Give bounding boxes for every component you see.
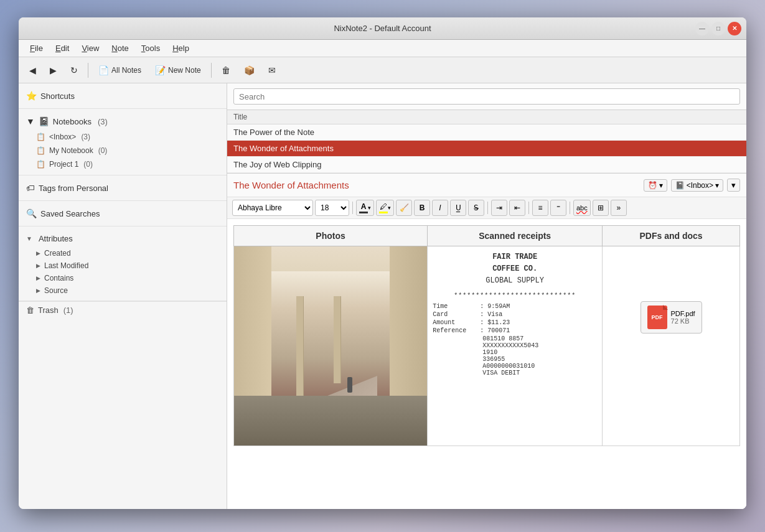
receipt-subtitle: GLOBAL SUPPLY xyxy=(433,275,597,287)
sidebar-trash[interactable]: 🗑 Trash (1) xyxy=(19,301,227,319)
font-family-select[interactable]: Abhaya Libre xyxy=(232,200,313,216)
bold-button[interactable]: B xyxy=(414,200,430,216)
shortcuts-icon: ⭐ xyxy=(26,91,37,101)
arch-column1 xyxy=(296,296,304,396)
expand-button[interactable]: ▾ xyxy=(727,179,740,192)
sidebar-searches-header[interactable]: 🔍 Saved Searches xyxy=(19,205,227,222)
pdf-size: 72 KB xyxy=(671,317,695,325)
all-notes-icon: 📄 xyxy=(98,65,109,75)
menu-tools[interactable]: Tools xyxy=(135,42,166,54)
col-photos: Photos xyxy=(234,226,428,246)
email-button[interactable]: ✉ xyxy=(263,61,281,80)
attribute-contains-label: Contains xyxy=(44,274,73,282)
close-button[interactable]: ✕ xyxy=(728,22,741,35)
receipt-time-value: 9:59AM xyxy=(487,303,510,310)
new-note-button[interactable]: 📝 New Note xyxy=(149,61,207,80)
sidebar-attributes-header[interactable]: ▼ Attributes xyxy=(19,230,227,247)
attribute-created[interactable]: ▶ Created xyxy=(19,247,227,259)
sidebar-item-project1[interactable]: 📋 Project 1 (0) xyxy=(19,157,227,171)
new-note-label: New Note xyxy=(168,66,201,75)
indent-increase-button[interactable]: ⇥ xyxy=(491,200,507,216)
note-list-item-3[interactable]: The Joy of Web Clipping xyxy=(227,157,746,173)
eraser-button[interactable]: 🧹 xyxy=(396,200,412,216)
menu-help[interactable]: Help xyxy=(166,42,195,54)
menu-file[interactable]: File xyxy=(24,42,49,54)
reminder-dropdown-icon: ▾ xyxy=(659,181,663,190)
menu-edit[interactable]: Edit xyxy=(49,42,75,54)
window-title: NixNote2 - Default Account xyxy=(334,24,431,33)
col-pdfs: PDFs and docs xyxy=(603,226,740,246)
my-notebook-count: (0) xyxy=(98,146,108,155)
notebooks-icon: 📓 xyxy=(39,116,49,126)
expand-icon: ▾ xyxy=(731,180,736,190)
email-icon: ✉ xyxy=(268,65,276,75)
underline-button[interactable]: U̲ xyxy=(450,200,466,216)
minimize-button[interactable]: — xyxy=(695,22,709,35)
all-notes-button[interactable]: 📄 All Notes xyxy=(93,61,147,80)
numbered-list-button[interactable]: ⁼ xyxy=(550,200,566,216)
attribute-source[interactable]: ▶ Source xyxy=(19,284,227,297)
attachment-table-header-row: Photos Scanned receipts PDFs and docs xyxy=(234,226,740,246)
delete-button[interactable]: 🗑 xyxy=(216,61,236,80)
receipt-row-card: Card : Visa xyxy=(433,311,597,318)
sidebar-notebooks-header[interactable]: ▼ 📓 Notebooks (3) xyxy=(19,113,227,130)
toolbar: ◀ ▶ ↻ 📄 All Notes 📝 New Note 🗑 📦 ✉ xyxy=(19,57,746,83)
text-color-button[interactable]: A ▾ xyxy=(356,200,374,216)
sidebar-shortcuts-header[interactable]: ⭐ Shortcuts xyxy=(19,87,227,105)
receipt-row-reference: Reference : 700071 xyxy=(433,327,597,334)
receipt-row-amount: Amount : $11.23 xyxy=(433,319,597,326)
more-options-button[interactable]: » xyxy=(611,200,627,216)
receipt-company2: COFFEE CO. xyxy=(433,263,597,275)
notebook-selector-button[interactable]: 📓 <Inbox> ▾ xyxy=(671,179,723,192)
format-divider-2 xyxy=(487,202,488,214)
receipt-card-label: Card xyxy=(433,311,476,318)
reminder-button[interactable]: ⏰ ▾ xyxy=(644,179,667,192)
pdf-icon: PDF xyxy=(647,306,667,329)
italic-button[interactable]: I xyxy=(432,200,448,216)
highlight-button[interactable]: 🖊 ▾ xyxy=(376,200,394,216)
spellcheck-button[interactable]: abc xyxy=(573,200,591,216)
sidebar-tags-header[interactable]: 🏷 Tags from Personal xyxy=(19,179,227,197)
archive-button[interactable]: 📦 xyxy=(238,61,260,80)
back-icon: ◀ xyxy=(29,65,36,75)
shortcuts-label: Shortcuts xyxy=(40,91,75,101)
note-content[interactable]: Photos Scanned receipts PDFs and docs xyxy=(227,219,746,509)
note-list-item-2[interactable]: The Wonder of Attachments xyxy=(227,141,746,157)
format-divider-4 xyxy=(570,202,570,214)
note-item-title-1: The Power of the Note xyxy=(233,128,314,137)
attribute-source-arrow: ▶ xyxy=(36,287,40,294)
sidebar-item-inbox[interactable]: 📋 <Inbox> (3) xyxy=(19,130,227,144)
sync-button[interactable]: ↻ xyxy=(65,61,83,80)
pdf-name: PDF.pdf xyxy=(671,310,695,317)
tags-label: Tags from Personal xyxy=(39,184,108,193)
attribute-last-modified[interactable]: ▶ Last Modified xyxy=(19,259,227,272)
menu-note[interactable]: Note xyxy=(105,42,134,54)
strikethrough-button[interactable]: S̶ xyxy=(468,200,484,216)
receipt-amount-label: Amount xyxy=(433,319,476,326)
sidebar-item-my-notebook[interactable]: 📋 My Notebook (0) xyxy=(19,144,227,157)
attribute-contains[interactable]: ▶ Contains xyxy=(19,272,227,284)
photo-cell xyxy=(234,246,428,446)
font-size-select[interactable]: 18 xyxy=(315,200,349,216)
menu-view[interactable]: View xyxy=(75,42,105,54)
forward-button[interactable]: ▶ xyxy=(44,61,62,80)
search-input[interactable] xyxy=(233,88,740,105)
receipt-extra-1: 081510 8857 xyxy=(482,335,597,342)
note-title-controls: ⏰ ▾ 📓 <Inbox> ▾ ▾ xyxy=(644,179,740,192)
notebook-icon: 📓 xyxy=(675,181,685,190)
text-color-dropdown: ▾ xyxy=(368,205,371,211)
receipt-extra: 081510 8857 XXXXXXXXXXX5043 1910 336955 … xyxy=(482,335,597,376)
bullet-list-button[interactable]: ≡ xyxy=(532,200,548,216)
receipt-time-label: Time xyxy=(433,303,476,310)
insert-table-button[interactable]: ⊞ xyxy=(593,200,609,216)
format-toolbar: Abhaya Libre 18 A ▾ xyxy=(227,197,746,219)
back-button[interactable]: ◀ xyxy=(24,61,42,80)
note-list-item-1[interactable]: The Power of the Note xyxy=(227,124,746,141)
attribute-contains-arrow: ▶ xyxy=(36,275,40,281)
my-notebook-label: My Notebook xyxy=(49,146,93,155)
format-divider-3 xyxy=(528,202,529,214)
indent-decrease-button[interactable]: ⇤ xyxy=(509,200,525,216)
maximize-button[interactable]: □ xyxy=(711,22,725,35)
pdf-attachment[interactable]: PDF PDF.pdf 72 KB xyxy=(641,301,702,334)
strikethrough-icon: S̶ xyxy=(474,203,479,212)
